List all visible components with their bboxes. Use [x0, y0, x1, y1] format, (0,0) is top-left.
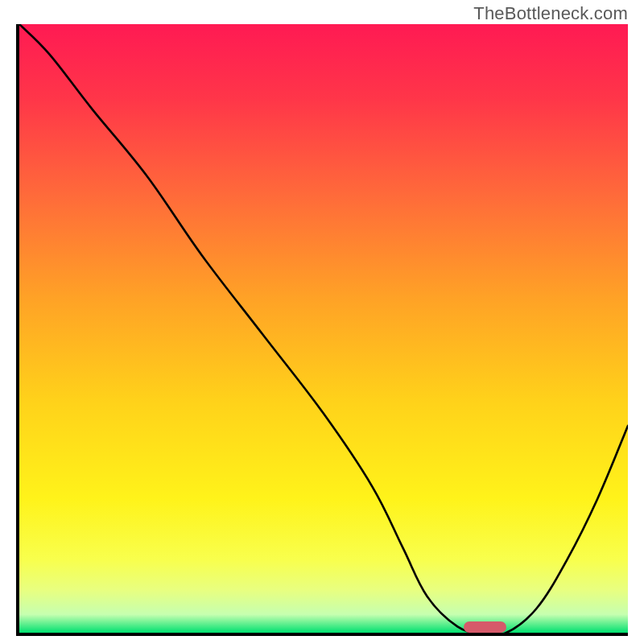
optimal-range-marker: [464, 621, 506, 633]
chart-container: TheBottleneck.com: [0, 0, 644, 644]
watermark-text: TheBottleneck.com: [473, 3, 628, 24]
plot-area: [16, 24, 628, 636]
bottleneck-curve: [19, 24, 628, 633]
curve-layer: [19, 24, 628, 633]
